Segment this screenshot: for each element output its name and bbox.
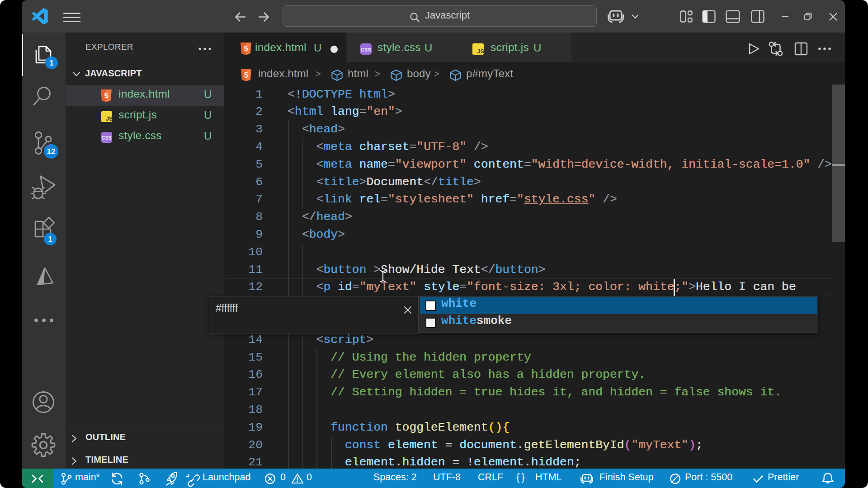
svg-text:JS: JS — [477, 48, 484, 55]
svg-text:5: 5 — [244, 44, 248, 52]
svg-text:1: 1 — [49, 59, 53, 67]
svg-text:CSS: CSS — [361, 47, 371, 52]
svg-text:5: 5 — [244, 71, 248, 79]
